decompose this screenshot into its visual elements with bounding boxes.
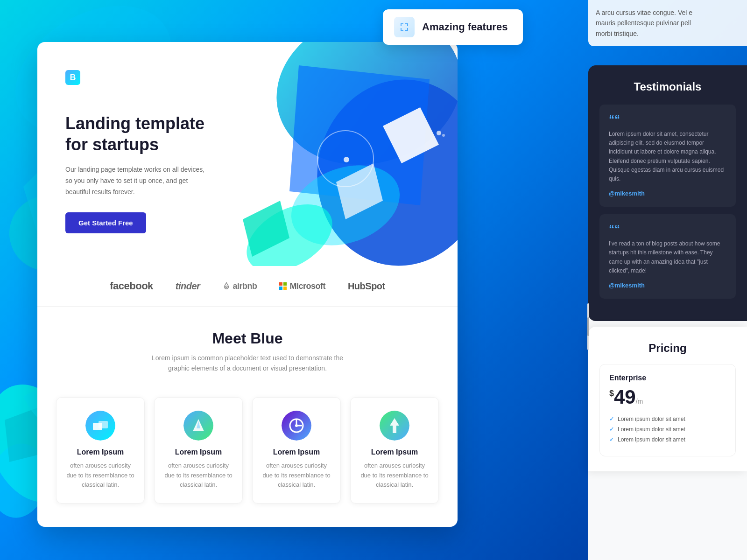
hero-title: Landing template for startups — [65, 113, 205, 155]
check-icon-1: ✓ — [609, 416, 614, 422]
meet-section: Meet Blue Lorem ipsum is common placehol… — [37, 307, 458, 383]
hero-content: B Landing template for startups Our land… — [37, 42, 233, 252]
svg-point-15 — [442, 134, 445, 137]
features-grid: Lorem Ipsum often arouses curiosity due … — [37, 383, 458, 527]
feature-card-icon-box — [394, 17, 415, 37]
partner-facebook: facebook — [110, 280, 153, 292]
testimonials-panel: Testimonials ““ Lorem ipsum dolor sit am… — [588, 65, 747, 321]
partner-microsoft: Microsoft — [279, 281, 325, 291]
svg-point-13 — [344, 157, 349, 162]
svg-marker-10 — [383, 107, 439, 163]
feature-icon-1 — [85, 411, 115, 441]
top-right-text: A arcu cursus vitae congue. Vel e mauris… — [588, 0, 747, 46]
pricing-plan-name: Enterprise — [609, 374, 726, 382]
meet-description: Lorem ipsum is common placeholder text u… — [65, 353, 430, 374]
svg-point-28 — [295, 424, 298, 427]
feature-desc-4: often arouses curiosity due to its resem… — [360, 461, 429, 490]
feature-card-4: Lorem Ipsum often arouses curiosity due … — [350, 397, 439, 504]
testimonial-card-1: ““ Lorem ipsum dolor sit amet, consectet… — [599, 105, 736, 207]
hero-bg-shapes — [205, 42, 458, 266]
feature-card-2: Lorem Ipsum often arouses curiosity due … — [154, 397, 243, 504]
feature-desc-2: often arouses curiosity due to its resem… — [164, 461, 233, 490]
cta-button[interactable]: Get Started Free — [65, 212, 146, 233]
svg-point-17 — [235, 190, 344, 266]
hero-section: B Landing template for startups Our land… — [37, 42, 458, 266]
partners-section: facebook tinder airbnb Microsoft HubSpot — [37, 266, 458, 307]
hero-description: Our landing page template works on all d… — [65, 164, 205, 197]
pricing-feature-3: ✓ Lorem ipsum dolor sit amet — [609, 436, 726, 443]
main-landing-card: B Landing template for startups Our land… — [37, 42, 458, 527]
expand-icon — [399, 22, 409, 32]
pricing-feature-1: ✓ Lorem ipsum dolor sit amet — [609, 416, 726, 422]
feature-title-3: Lorem Ipsum — [262, 448, 331, 456]
feature-card-1: Lorem Ipsum often arouses curiosity due … — [56, 397, 145, 504]
airbnb-icon — [222, 282, 231, 290]
testimonial-text-1: Lorem ipsum dolor sit amet, consectetur … — [609, 130, 726, 183]
feature-desc-1: often arouses curiosity due to its resem… — [66, 461, 135, 490]
scrollbar-track[interactable] — [587, 303, 589, 350]
feature-icon-2 — [183, 411, 213, 441]
feature-card-title: Amazing features — [422, 21, 507, 33]
svg-marker-8 — [289, 65, 430, 205]
svg-point-14 — [437, 131, 441, 135]
testimonial-text-2: I've read a ton of blog posts about how … — [609, 239, 726, 275]
testimonial-card-2: ““ I've read a ton of blog posts about h… — [599, 214, 736, 299]
pricing-panel: Pricing Enterprise $49/m ✓ Lorem ipsum d… — [588, 327, 747, 471]
svg-marker-18 — [243, 201, 289, 257]
testimonial-author-2: @mikesmith — [609, 282, 645, 289]
svg-point-7 — [303, 66, 458, 266]
feature-icon-3 — [282, 411, 311, 441]
pricing-feature-2: ✓ Lorem ipsum dolor sit amet — [609, 426, 726, 433]
feature-card: Amazing features — [383, 9, 523, 45]
feature-title-2: Lorem Ipsum — [164, 448, 233, 456]
price-value: 49 — [614, 386, 636, 408]
pricing-title: Pricing — [599, 342, 736, 355]
scrollbar-thumb[interactable] — [587, 317, 589, 336]
feature-card-3: Lorem Ipsum often arouses curiosity due … — [252, 397, 341, 504]
check-icon-3: ✓ — [609, 436, 614, 443]
meet-title: Meet Blue — [65, 330, 430, 347]
svg-point-19 — [226, 286, 228, 288]
svg-rect-22 — [99, 421, 108, 428]
svg-point-9 — [280, 151, 411, 259]
feature-icon-4 — [380, 411, 409, 441]
currency-symbol: $ — [609, 389, 614, 398]
feature-desc-3: often arouses curiosity due to its resem… — [262, 461, 331, 490]
pricing-amount: $49/m — [609, 386, 726, 408]
ms-grid-icon — [279, 282, 287, 290]
logo: B — [65, 70, 80, 85]
svg-point-6 — [259, 42, 458, 185]
partner-airbnb: airbnb — [222, 281, 257, 291]
feature-title-4: Lorem Ipsum — [360, 448, 429, 456]
period-label: /m — [636, 398, 643, 405]
svg-marker-11 — [336, 163, 383, 219]
pricing-card: Enterprise $49/m ✓ Lorem ipsum dolor sit… — [599, 364, 736, 456]
feature-title-1: Lorem Ipsum — [66, 448, 135, 456]
testimonial-author-1: @mikesmith — [609, 190, 645, 197]
partner-tinder: tinder — [176, 281, 200, 292]
testimonials-title: Testimonials — [599, 80, 736, 93]
quote-mark-1: ““ — [609, 114, 726, 125]
check-icon-2: ✓ — [609, 426, 614, 433]
partner-hubspot: HubSpot — [348, 281, 385, 292]
quote-mark-2: ““ — [609, 224, 726, 235]
svg-point-12 — [317, 131, 374, 187]
